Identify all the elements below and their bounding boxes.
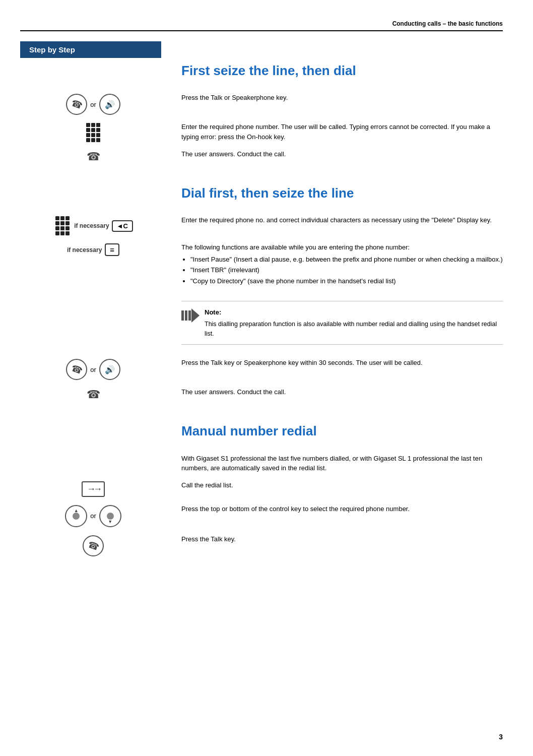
section-dial-first: Dial first, then seize the line — [20, 175, 503, 208]
text-redial-intro: With Gigaset S1 professional the last fi… — [166, 454, 503, 473]
svg-rect-0 — [181, 310, 184, 321]
menu-key-icon: ≡ — [105, 243, 119, 256]
icon-redial-arrows: →→ — [20, 480, 166, 497]
redial-arrows-icon: →→ — [82, 481, 105, 497]
or-label-2: or — [90, 366, 96, 373]
section3-title-area: Manual number redial — [166, 413, 503, 446]
delete-key-icon: ◄C — [112, 220, 133, 232]
row-redial-intro: With Gigaset S1 professional the last fi… — [20, 454, 503, 473]
keypad-icon-1 — [86, 123, 100, 142]
or-label-1: or — [90, 101, 96, 108]
icon-handset-answer-2: ☎ — [20, 387, 166, 401]
text-ifnec-menu: The following functions are available wh… — [166, 242, 503, 288]
row-ifnec-menu: if necessary ≡ The following functions a… — [20, 242, 503, 288]
icon-redial-intro — [20, 454, 166, 455]
row-handset-answer-2: ☎ The user answers. Conduct the call. — [20, 387, 503, 401]
icon-handset-answer-1: ☎ — [20, 149, 166, 163]
page-number: 3 — [499, 733, 503, 741]
section-title-spacer — [20, 63, 166, 64]
icon-talk-key-final: ☎ — [20, 534, 166, 556]
nav-ring-center — [73, 513, 80, 520]
icon-ifnec-menu: if necessary ≡ — [20, 242, 166, 256]
if-necessary-label-2: if necessary — [67, 246, 102, 254]
note-title: Note: — [205, 307, 498, 318]
text-handset-answer-2: The user answers. Conduct the call. — [166, 387, 503, 397]
functions-list: "Insert Pause" (Insert a dial pause, e.g… — [190, 255, 503, 286]
text-talk-key-final: Press the Talk key. — [166, 534, 503, 544]
icon-note-area — [20, 295, 166, 296]
text-keypad-1: Enter the required phone number. The use… — [166, 122, 503, 142]
svg-marker-3 — [191, 308, 199, 323]
row-redial-arrows: →→ Call the redial list. — [20, 480, 503, 497]
note-content: Note: This dialling preparation function… — [205, 307, 498, 338]
text-nav-keys: Press the top or bottom of the control k… — [166, 504, 503, 514]
if-necessary-label-1: if necessary — [74, 222, 109, 229]
text-redial-arrows: Call the redial list. — [166, 480, 503, 490]
row-talk-or-speaker-1: ☎ or 🔊 Press the Talk or Speakerphone ke… — [20, 93, 503, 115]
step-banner: Step by Step — [20, 41, 161, 58]
or-label-3: or — [90, 512, 96, 520]
bullet-insert-pause: "Insert Pause" (Insert a dial pause, e.g… — [190, 255, 503, 265]
section1-title: First seize the line, then dial — [181, 63, 503, 79]
keypad-icon-2 — [55, 216, 70, 235]
note-box: Note: This dialling preparation function… — [181, 301, 503, 345]
icon-talk-or-speaker-1: ☎ or 🔊 — [20, 93, 166, 115]
note-arrow-icon — [181, 308, 199, 327]
row-nav-keys: ▲ or ▼ Press the top or bottom of the co… — [20, 504, 503, 527]
talk-key-icon-final: ☎ — [83, 535, 104, 556]
handset-answer-icon-2: ☎ — [87, 388, 100, 401]
bullet-insert-tbr: "Insert TBR" (irrelevant) — [190, 265, 503, 275]
row-handset-answer-1: ☎ The user answers. Conduct the call. — [20, 149, 503, 163]
row-talk-key-final: ☎ Press the Talk key. — [20, 534, 503, 556]
talk-key-icon-2: ☎ — [66, 359, 87, 380]
svg-rect-1 — [185, 310, 187, 321]
text-ifnec-delete: Enter the required phone no. and correct… — [166, 215, 503, 225]
section2-title-spacer — [20, 175, 166, 176]
handset-answer-icon-1: ☎ — [87, 150, 100, 163]
speakerphone-icon-2: 🔊 — [99, 359, 120, 380]
section3-title-spacer — [20, 413, 166, 414]
page-header: Conducting calls – the basic functions — [20, 20, 503, 31]
row-ifnec-delete: if necessary ◄C Enter the required phone… — [20, 215, 503, 235]
note-area: Note: This dialling preparation function… — [166, 295, 503, 351]
talk-key-icon: ☎ — [66, 94, 87, 115]
nav-ring-center-2 — [107, 513, 114, 520]
icon-nav-keys: ▲ or ▼ — [20, 504, 166, 527]
icon-ifnec-delete: if necessary ◄C — [20, 215, 166, 235]
text-talk-or-speaker-1: Press the Talk or Speakerphone key. — [166, 93, 503, 103]
row-keypad-1: Enter the required phone number. The use… — [20, 122, 503, 142]
nav-down-icon: ▼ — [99, 505, 121, 527]
section1-title-area: First seize the line, then dial — [166, 63, 503, 86]
section2-title: Dial first, then seize the line — [181, 185, 503, 201]
section3-title: Manual number redial — [181, 423, 503, 439]
svg-rect-2 — [188, 310, 191, 321]
nav-up-icon: ▲ — [65, 505, 87, 527]
icon-talk-or-speaker-2: ☎ or 🔊 — [20, 358, 166, 380]
note-text: This dialling preparation function is al… — [205, 320, 498, 339]
section-manual-redial: Manual number redial — [20, 413, 503, 446]
text-talk-or-speaker-2: Press the Talk key or Speakerphone key w… — [166, 358, 503, 368]
speakerphone-icon-1: 🔊 — [99, 94, 120, 115]
bullet-copy-directory: "Copy to Directory" (save the phone numb… — [190, 276, 503, 286]
text-handset-answer-1: The user answers. Conduct the call. — [166, 149, 503, 159]
header-title: Conducting calls – the basic functions — [392, 20, 503, 27]
row-note: Note: This dialling preparation function… — [20, 295, 503, 351]
section2-title-area: Dial first, then seize the line — [166, 175, 503, 208]
section-first-seize: First seize the line, then dial — [20, 63, 503, 86]
row-talk-or-speaker-2: ☎ or 🔊 Press the Talk key or Speakerphon… — [20, 358, 503, 380]
icon-keypad-1 — [20, 122, 166, 142]
page: Conducting calls – the basic functions S… — [0, 0, 533, 756]
